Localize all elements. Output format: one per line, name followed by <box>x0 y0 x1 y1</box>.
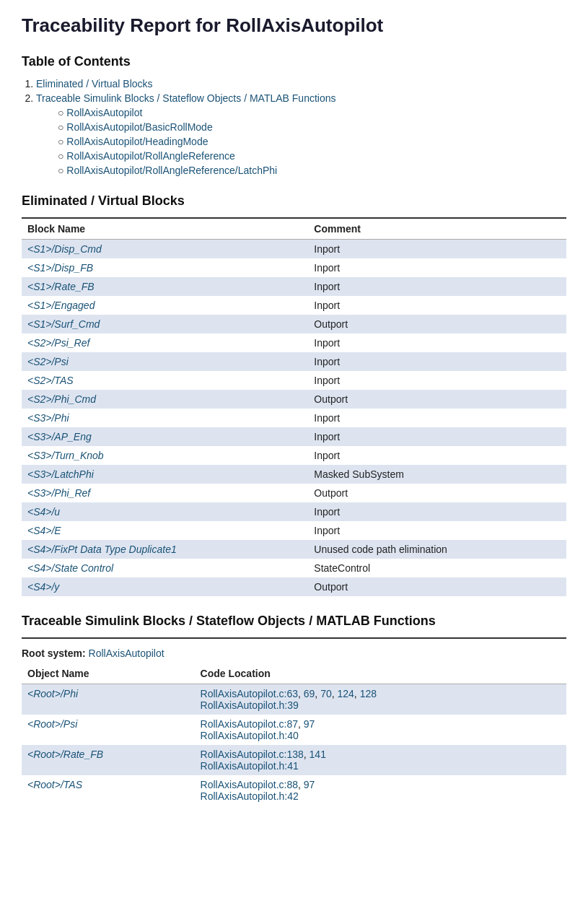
block-link[interactable]: <S2>/Psi <box>27 356 69 367</box>
block-link[interactable]: <S1>/Disp_Cmd <box>27 243 102 255</box>
block-link[interactable]: <S4>/State Control <box>27 562 113 574</box>
block-link[interactable]: <S1>/Engaged <box>27 300 95 311</box>
code-link[interactable]: RollAxisAutopilot.c:88 <box>201 779 298 790</box>
table-row: <Root>/PsiRollAxisAutopilot.c:87, 97Roll… <box>22 715 566 745</box>
col-comment: Comment <box>308 219 566 240</box>
toc-sublink-4[interactable]: RollAxisAutopilot/RollAngleReference <box>66 150 234 162</box>
block-name-cell: <S4>/u <box>22 502 308 521</box>
section-divider-2 <box>22 637 566 639</box>
code-link[interactable]: RollAxisAutopilot.c:138 <box>201 749 304 760</box>
block-name-cell: <S1>/Rate_FB <box>22 277 308 296</box>
toc-sublink-2[interactable]: RollAxisAutopilot/BasicRollMode <box>66 121 212 133</box>
table-of-contents: Table of Contents Eliminated / Virtual B… <box>22 54 566 176</box>
comment-cell: Inport <box>308 333 566 352</box>
block-name-cell: <S3>/Turn_Knob <box>22 446 308 465</box>
code-location-cell: RollAxisAutopilot.c:138, 141RollAxisAuto… <box>195 745 566 775</box>
code-link-extra[interactable]: RollAxisAutopilot.h:39 <box>201 699 299 711</box>
code-link[interactable]: 97 <box>304 718 315 730</box>
code-link[interactable]: 128 <box>360 688 377 699</box>
code-location-cell: RollAxisAutopilot.c:87, 97RollAxisAutopi… <box>195 715 566 745</box>
comment-cell: Masked SubSystem <box>308 465 566 484</box>
toc-subitem-5: RollAxisAutopilot/RollAngleReference/Lat… <box>58 165 566 176</box>
toc-link-eliminated[interactable]: Eliminated / Virtual Blocks <box>36 78 153 90</box>
block-link[interactable]: <S4>/u <box>27 506 60 518</box>
comment-cell: Outport <box>308 315 566 333</box>
table-row: <S1>/Disp_CmdInport <box>22 240 566 259</box>
comment-cell: Inport <box>308 409 566 427</box>
block-name-cell: <S3>/Phi <box>22 409 308 427</box>
traceable-table: Object Name Code Location <Root>/PhiRoll… <box>22 663 566 806</box>
block-name-cell: <S1>/Engaged <box>22 296 308 315</box>
block-name-cell: <S2>/Phi_Cmd <box>22 390 308 409</box>
block-link[interactable]: <S4>/E <box>27 525 61 536</box>
table-row: <S3>/LatchPhiMasked SubSystem <box>22 465 566 484</box>
toc-subitem-1: RollAxisAutopilot <box>58 107 566 118</box>
object-link[interactable]: <Root>/Phi <box>27 688 78 699</box>
toc-heading: Table of Contents <box>22 54 566 69</box>
table-row: <S3>/Turn_KnobInport <box>22 446 566 465</box>
block-link[interactable]: <S3>/AP_Eng <box>27 431 92 442</box>
block-link[interactable]: <S4>/y <box>27 581 59 593</box>
block-link[interactable]: <S2>/Psi_Ref <box>27 337 89 349</box>
code-link-extra[interactable]: RollAxisAutopilot.h:40 <box>201 730 299 741</box>
toc-subitem-3: RollAxisAutopilot/HeadingMode <box>58 136 566 147</box>
block-link[interactable]: <S2>/TAS <box>27 375 74 386</box>
object-name-cell: <Root>/Phi <box>22 684 195 715</box>
comment-cell: Inport <box>308 296 566 315</box>
table-row: <S1>/EngagedInport <box>22 296 566 315</box>
comment-cell: Inport <box>308 521 566 540</box>
code-link[interactable]: 69 <box>304 688 315 699</box>
toc-subitem-4: RollAxisAutopilot/RollAngleReference <box>58 150 566 162</box>
code-link[interactable]: RollAxisAutopilot.c:63 <box>201 688 298 699</box>
block-name-cell: <S2>/Psi_Ref <box>22 333 308 352</box>
toc-sublink-3[interactable]: RollAxisAutopilot/HeadingMode <box>66 136 208 147</box>
object-link[interactable]: <Root>/Psi <box>27 718 77 730</box>
block-name-cell: <S3>/AP_Eng <box>22 427 308 446</box>
block-link[interactable]: <S1>/Surf_Cmd <box>27 318 100 330</box>
root-system-label: Root system: RollAxisAutopilot <box>22 647 566 659</box>
code-link[interactable]: 70 <box>320 688 332 699</box>
block-name-cell: <S3>/LatchPhi <box>22 465 308 484</box>
block-link[interactable]: <S3>/Phi <box>27 412 69 424</box>
page-title: Traceability Report for RollAxisAutopilo… <box>22 14 566 37</box>
code-link[interactable]: 141 <box>310 749 326 760</box>
block-name-cell: <S4>/E <box>22 521 308 540</box>
eliminated-table: Block Name Comment <S1>/Disp_CmdInport<S… <box>22 219 566 596</box>
toc-link-traceable[interactable]: Traceable Simulink Blocks / Stateflow Ob… <box>36 92 336 104</box>
comment-cell: Inport <box>308 352 566 371</box>
table-row: <S2>/TASInport <box>22 371 566 390</box>
table-row: <S1>/Disp_FBInport <box>22 258 566 277</box>
object-link[interactable]: <Root>/TAS <box>27 779 82 790</box>
block-link[interactable]: <S3>/LatchPhi <box>27 468 94 480</box>
block-link[interactable]: <S1>/Rate_FB <box>27 281 95 292</box>
table-row: <S2>/Psi_RefInport <box>22 333 566 352</box>
root-system-text: Root system: <box>22 647 86 659</box>
code-link[interactable]: RollAxisAutopilot.c:87 <box>201 718 298 730</box>
code-link[interactable]: 124 <box>338 688 354 699</box>
block-link[interactable]: <S4>/FixPt Data Type Duplicate1 <box>27 544 177 555</box>
code-location-cell: RollAxisAutopilot.c:63, 69, 70, 124, 128… <box>195 684 566 715</box>
code-link-extra[interactable]: RollAxisAutopilot.h:42 <box>201 790 299 802</box>
traceable-section: Traceable Simulink Blocks / Stateflow Ob… <box>22 614 566 806</box>
table-row: <S3>/Phi_RefOutport <box>22 484 566 502</box>
block-link[interactable]: <S3>/Turn_Knob <box>27 450 104 461</box>
toc-sublink-1[interactable]: RollAxisAutopilot <box>66 107 142 118</box>
block-link[interactable]: <S1>/Disp_FB <box>27 262 93 274</box>
traceable-heading: Traceable Simulink Blocks / Stateflow Ob… <box>22 614 566 629</box>
block-name-cell: <S2>/TAS <box>22 371 308 390</box>
table-row: <S4>/uInport <box>22 502 566 521</box>
code-link[interactable]: 97 <box>304 779 315 790</box>
block-name-cell: <S4>/y <box>22 577 308 596</box>
comment-cell: Unused code path elimination <box>308 540 566 559</box>
toc-sublink-5[interactable]: RollAxisAutopilot/RollAngleReference/Lat… <box>66 165 277 176</box>
comment-cell: Inport <box>308 240 566 259</box>
block-link[interactable]: <S3>/Phi_Ref <box>27 487 90 499</box>
table-row: <S1>/Surf_CmdOutport <box>22 315 566 333</box>
comment-cell: Outport <box>308 390 566 409</box>
root-system-link[interactable]: RollAxisAutopilot <box>89 647 164 659</box>
block-link[interactable]: <S2>/Phi_Cmd <box>27 393 96 405</box>
comment-cell: Inport <box>308 258 566 277</box>
code-link-extra[interactable]: RollAxisAutopilot.h:41 <box>201 760 299 772</box>
object-link[interactable]: <Root>/Rate_FB <box>27 749 103 760</box>
toc-item-1: Eliminated / Virtual Blocks <box>36 78 566 90</box>
